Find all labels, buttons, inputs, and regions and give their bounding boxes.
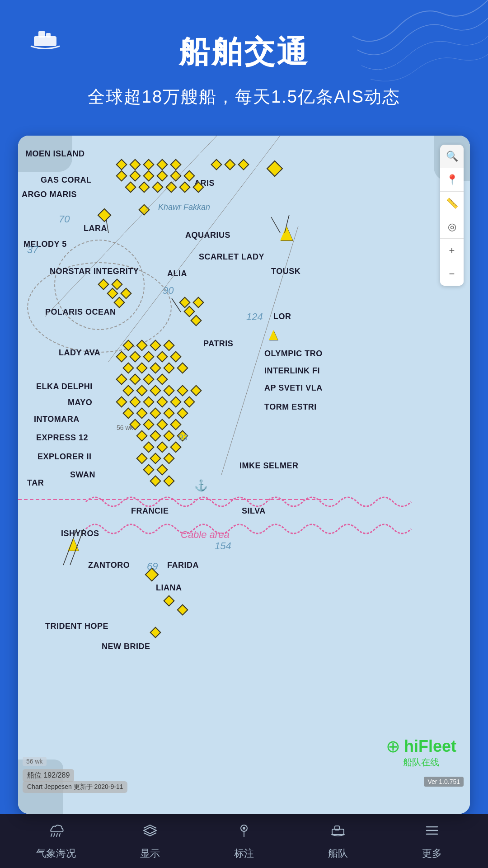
svg-rect-0 (34, 36, 56, 46)
ship-label-ap-sveti: AP SVETI VLA (264, 383, 323, 393)
svg-line-14 (54, 834, 55, 836)
ship-label-alia: ALIA (167, 269, 187, 278)
ship-triangle-1[interactable] (280, 226, 293, 241)
ship-label-farida: FARIDA (167, 561, 199, 570)
ship-label-express12: EXPRESS 12 (36, 433, 88, 443)
ship-label-ishyros: ISHYROS (61, 529, 99, 538)
nav-item-marker[interactable]: 标注 (197, 822, 291, 860)
layers-icon (141, 822, 159, 843)
ship-label-new-bride: NEW BRIDE (102, 642, 150, 651)
map-wk-label: 56 wk (117, 424, 133, 431)
nav-label-more: 更多 (422, 847, 442, 860)
place-label-khasab: Khawr Fakkan (158, 203, 210, 212)
fleet-icon (329, 822, 347, 843)
hifleet-logo: ⊕ hiFleet 船队在线 (386, 736, 456, 769)
map-chart-info: Chart Jeppesen 更新于 2020-9-11 (23, 781, 127, 793)
ship-label-lara: LARA (84, 224, 107, 233)
ship-label-interlink: INTERLINK FI (264, 366, 320, 376)
ship-label-zantoro: ZANTORO (88, 561, 130, 570)
nav-item-weather[interactable]: 气象海况 (9, 822, 103, 860)
nav-label-marker: 标注 (234, 847, 254, 860)
ship-label-aquarius: AQUARIUS (185, 231, 230, 240)
map-area[interactable]: Cable area 154 MOEN ISLAND GAS CORAL ARG… (18, 136, 470, 814)
nav-label-fleet: 船队 (328, 847, 348, 860)
toolbar-measure-btn[interactable]: 📏 (440, 192, 464, 215)
map-container[interactable]: Cable area 154 MOEN ISLAND GAS CORAL ARG… (18, 136, 470, 814)
wave-decoration (352, 0, 488, 90)
map-num-93: 93 (178, 433, 188, 443)
ship-label-francie: FRANCIE (131, 506, 169, 516)
ship-label-trident: TRIDENT HOPE (45, 622, 108, 631)
ship-label-elka: ELKA DELPHI (36, 382, 93, 392)
map-num-70: 70 (59, 213, 70, 225)
toolbar-zoom-out-btn[interactable]: − (440, 262, 464, 286)
map-num-90: 90 (163, 285, 174, 297)
nav-item-fleet[interactable]: 船队 (291, 822, 385, 860)
ship-label-moen-island: MOEN ISLAND (25, 149, 85, 159)
menu-icon (423, 822, 441, 843)
ship-label-mayo: MAYO (68, 398, 92, 407)
ship-label-polaris: POLARIS OCEAN (45, 307, 116, 317)
nav-item-display[interactable]: 显示 (103, 822, 197, 860)
bottom-nav: 气象海况 显示 标注 (0, 814, 488, 868)
ship-label-lady-ava: LADY AVA (59, 348, 100, 358)
hifleet-name: hiFleet (404, 737, 456, 756)
svg-rect-2 (46, 33, 51, 38)
map-num-37: 37 (27, 244, 38, 256)
nav-label-weather: 气象海况 (36, 847, 76, 860)
app-logo (27, 25, 63, 57)
header: 船舶交通 全球超18万艘船，每天1.5亿条AIS动态 (0, 0, 488, 136)
svg-line-16 (59, 834, 60, 836)
version-text: Ver 1.0.751 (424, 777, 464, 787)
ship-label-silva: SILVA (242, 506, 266, 516)
nav-item-more[interactable]: 更多 (385, 822, 479, 860)
hifleet-icon: ⊕ (386, 736, 400, 756)
ship-triangle-2[interactable] (269, 330, 278, 340)
map-toolbar: 🔍 📍 📏 ◎ + − (440, 145, 464, 286)
toolbar-compass-btn[interactable]: ◎ (440, 215, 464, 239)
ship-label-argo-maris: ARGO MARIS (22, 190, 77, 199)
ship-label-patris: PATRIS (203, 339, 233, 349)
weather-icon (47, 822, 65, 843)
ship-label-tar: TAR (27, 478, 44, 488)
ship-label-imke: IMKE SELMER (239, 461, 299, 471)
ship-label-olympic: OLYMPIC TRO (264, 349, 323, 359)
ship-triangle-3[interactable] (68, 538, 79, 551)
ship-count-badge: 56 wk (23, 757, 47, 766)
svg-line-13 (51, 834, 52, 836)
svg-point-18 (243, 827, 245, 830)
hifleet-subtitle: 船队在线 (403, 756, 439, 769)
ship-label-scarlet-lady: SCARLET LADY (199, 252, 264, 262)
ship-label-liana: LIANA (156, 583, 182, 593)
map-num-69: 69 (147, 561, 158, 572)
toolbar-zoom-in-btn[interactable]: + (440, 239, 464, 262)
pin-icon (235, 822, 253, 843)
toolbar-search-btn[interactable]: 🔍 (440, 145, 464, 168)
ship-label-tousk: TOUSK (271, 267, 300, 276)
nav-label-display: 显示 (140, 847, 160, 860)
toolbar-location-btn[interactable]: 📍 (440, 168, 464, 192)
svg-line-15 (56, 834, 57, 836)
ship-label-torm: TORM ESTRI (264, 402, 317, 412)
ship-label-intomara: INTOMARA (34, 415, 80, 424)
map-num-124: 124 (246, 311, 263, 323)
ship-label-gas-coral: GAS CORAL (41, 175, 92, 185)
ship-label-explorer2: EXPLORER II (38, 452, 92, 462)
ship-label-norstar: NORSTAR INTEGRITY (50, 267, 139, 276)
anchor-icon: ⚓ (194, 479, 208, 492)
ship-label-swan: SWAN (70, 470, 95, 480)
svg-rect-1 (38, 31, 45, 38)
map-coords: 船位 192/289 (23, 769, 74, 782)
ship-label-lor: LOR (273, 312, 291, 321)
